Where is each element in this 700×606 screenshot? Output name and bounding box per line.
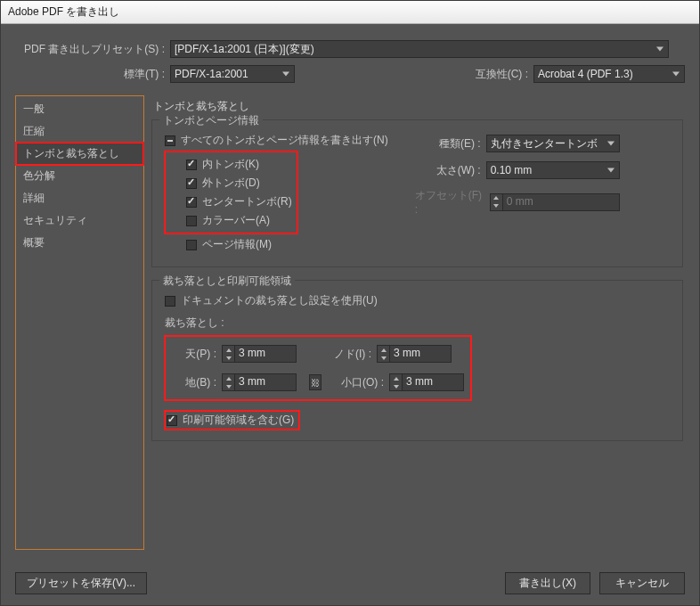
mark-weight-label: 太さ(W) : — [436, 163, 481, 178]
mark-offset-spinner: 0 mm — [490, 193, 620, 211]
bleed-section-label: 裁ち落とし : — [165, 315, 670, 331]
dialog-body: PDF 書き出しプリセット(S) : [PDF/X-1a:2001 (日本)](… — [1, 24, 699, 605]
mark-type-label: 種類(E) : — [439, 136, 481, 152]
sidebar-item-marks-bleeds[interactable]: トンボと裁ち落とし — [16, 143, 143, 165]
window-titlebar: Adobe PDF を書き出し — [1, 1, 699, 24]
bleed-bottom-label: 地(B) : — [167, 375, 216, 390]
standard-select[interactable]: PDF/X-1a:2001 — [170, 65, 295, 83]
sidebar-item-advanced[interactable]: 詳細 — [16, 187, 143, 209]
bleed-fieldset: 裁ち落としと印刷可能領域 ドキュメントの裁ち落とし設定を使用(U) 裁ち落とし … — [151, 280, 683, 441]
bleed-inside-spinner[interactable]: 3 mm — [377, 345, 452, 363]
soto-tonbo-checkbox[interactable] — [186, 178, 197, 189]
all-marks-label[interactable]: すべてのトンボとページ情報を書き出す(N) — [181, 133, 388, 148]
category-sidebar: 一般 圧縮 トンボと裁ち落とし 色分解 詳細 セキュリティ 概要 — [15, 95, 144, 550]
include-slug-checkbox[interactable] — [167, 415, 177, 426]
top-form: PDF 書き出しプリセット(S) : [PDF/X-1a:2001 (日本)](… — [15, 40, 685, 83]
marks-params: 種類(E) : 丸付きセンタートンボ 太さ(W) : 0.10 mm オフセット… — [415, 133, 620, 256]
bleed-legend: 裁ち落としと印刷可能領域 — [159, 274, 295, 289]
mark-offset-input: 0 mm — [502, 193, 620, 211]
marks-bleeds-panel: トンボと裁ち落とし トンボとページ情報 すべてのトンボとページ情報を書き出す(N… — [150, 95, 685, 550]
bleed-inside-label: ノド(I) : — [322, 347, 371, 362]
colorbar-checkbox[interactable] — [186, 216, 197, 226]
pageinfo-checkbox[interactable] — [186, 240, 197, 250]
compat-label: 互換性(C) : — [476, 67, 528, 82]
window-title: Adobe PDF を書き出し — [8, 5, 119, 18]
sidebar-item-compression[interactable]: 圧縮 — [16, 120, 143, 143]
mark-offset-label: オフセット(F) : — [415, 188, 484, 216]
sidebar-item-summary[interactable]: 概要 — [16, 232, 143, 254]
compat-select[interactable]: Acrobat 4 (PDF 1.3) — [533, 65, 685, 83]
cancel-button[interactable]: キャンセル — [599, 572, 685, 594]
mark-weight-select[interactable]: 0.10 mm — [486, 161, 620, 179]
use-doc-bleed-label: ドキュメントの裁ち落とし設定を使用(U) — [181, 293, 378, 308]
main-area: 一般 圧縮 トンボと裁ち落とし 色分解 詳細 セキュリティ 概要 トンボと裁ち落… — [15, 95, 685, 550]
export-button[interactable]: 書き出し(X) — [505, 572, 590, 594]
panel-title: トンボと裁ち落とし — [153, 99, 685, 114]
uchi-tonbo-checkbox[interactable] — [186, 160, 197, 170]
center-tonbo-checkbox[interactable] — [186, 197, 197, 208]
bleed-bottom-spinner[interactable]: 3 mm — [222, 373, 297, 391]
bleed-top-label: 天(P) : — [167, 347, 216, 362]
preset-select[interactable]: [PDF/X-1a:2001 (日本)](変更) — [170, 40, 669, 58]
use-doc-bleed-checkbox[interactable] — [165, 296, 175, 307]
export-pdf-window: Adobe PDF を書き出し PDF 書き出しプリセット(S) : [PDF/… — [0, 0, 700, 606]
save-preset-button[interactable]: プリセットを保存(V)... — [15, 572, 147, 594]
dialog-buttons: プリセットを保存(V)... 書き出し(X) キャンセル — [15, 572, 685, 594]
preset-label: PDF 書き出しプリセット(S) : — [15, 42, 165, 57]
marks-legend: トンボとページ情報 — [159, 113, 263, 128]
marks-fieldset: トンボとページ情報 すべてのトンボとページ情報を書き出す(N) 内トンボ(K) … — [151, 119, 683, 267]
marks-options: すべてのトンボとページ情報を書き出す(N) 内トンボ(K) 外トンボ(D) セン… — [165, 133, 388, 256]
bleed-outside-label: 小口(O) : — [334, 375, 384, 390]
all-marks-toggle-icon[interactable] — [165, 135, 175, 146]
sidebar-item-output[interactable]: 色分解 — [16, 165, 143, 187]
include-slug-label: 印刷可能領域を含む(G) — [183, 413, 294, 428]
mark-type-select[interactable]: 丸付きセンタートンボ — [486, 135, 620, 152]
sidebar-item-general[interactable]: 一般 — [16, 98, 143, 120]
bleed-top-spinner[interactable]: 3 mm — [222, 345, 297, 363]
standard-label: 標準(T) : — [15, 67, 165, 82]
bleed-outside-spinner[interactable]: 3 mm — [389, 373, 464, 391]
link-bleeds-icon[interactable]: ⛓ — [309, 374, 322, 390]
sidebar-item-security[interactable]: セキュリティ — [16, 209, 143, 232]
